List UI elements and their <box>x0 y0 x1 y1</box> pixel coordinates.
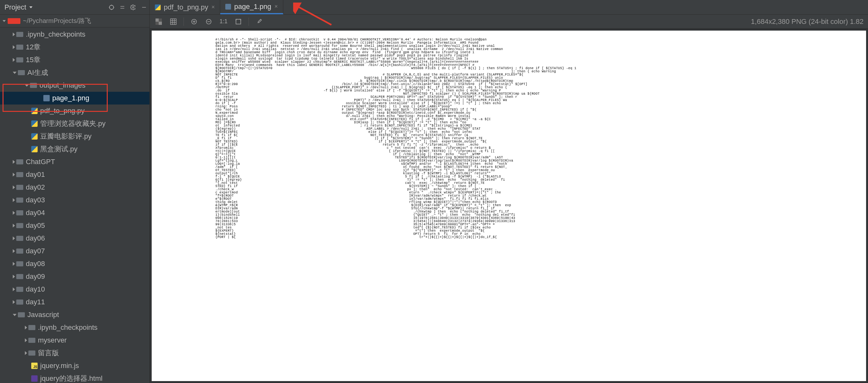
tree-item[interactable]: 管理浏览器收藏夹.py <box>0 117 150 130</box>
chevron-right-icon[interactable] <box>13 211 15 215</box>
tree-item-label: day08 <box>26 260 45 268</box>
gear-icon[interactable] <box>128 2 138 13</box>
tree-item[interactable]: day09 <box>0 270 150 283</box>
chevron-right-icon[interactable] <box>13 32 15 36</box>
chevron-right-icon[interactable] <box>13 160 15 164</box>
tree-item[interactable]: day11 <box>0 296 150 309</box>
transparency-grid-icon[interactable] <box>154 17 163 26</box>
tree-item-label: pdf_to_png.py <box>40 107 85 115</box>
svg-rect-10 <box>155 19 159 22</box>
py-icon <box>31 146 38 152</box>
tree-item[interactable]: myserver <box>0 334 150 347</box>
close-icon[interactable]: × <box>274 3 278 10</box>
chevron-right-icon[interactable] <box>13 58 15 62</box>
folder-icon <box>16 32 23 37</box>
project-dropdown[interactable]: Project <box>4 3 32 11</box>
tree-item[interactable]: day08 <box>0 257 150 270</box>
image-canvas[interactable]: #!/bin/sh # -*- Shell-script -*- # $Id: … <box>152 31 866 381</box>
tree-item-label: 豆瓣电影影评.py <box>40 132 91 141</box>
tree-item-label: myserver <box>38 336 67 345</box>
tree-item[interactable]: 留言版 <box>0 347 150 359</box>
tree-item[interactable]: JSjquery.min.js <box>0 359 150 372</box>
collapse-all-icon[interactable] <box>117 2 128 13</box>
editor-area: pdf_to_png.py×page_1.png× 1:1 1,684x2,38… <box>150 0 868 383</box>
actual-size-button[interactable]: 1:1 <box>219 17 228 26</box>
tree-item[interactable]: day10 <box>0 283 150 296</box>
chevron-right-icon[interactable] <box>13 287 15 291</box>
tree-item[interactable]: .ipynb_checkpoints <box>0 321 150 334</box>
image-viewer-toolbar: 1:1 1,684x2,380 PNG (24-bit color) 1.82 <box>150 15 868 29</box>
folder-icon <box>18 70 25 75</box>
folder-icon <box>28 338 35 343</box>
chevron-right-icon[interactable] <box>13 236 15 240</box>
ascii-art-image: #!/bin/sh # -*- Shell-script -*- # $Id: … <box>215 38 577 239</box>
tree-item-label: day03 <box>26 196 45 204</box>
chevron-right-icon[interactable] <box>13 173 15 177</box>
tree-item[interactable]: page_1.png <box>0 92 150 104</box>
project-sidebar: Project ~/PycharmProjects/路飞 .ipynb_chec… <box>0 0 150 383</box>
grid-icon[interactable] <box>169 17 178 26</box>
locate-icon[interactable] <box>106 2 117 13</box>
chevron-right-icon[interactable] <box>25 351 27 355</box>
tree-item[interactable]: 15章 <box>0 54 150 66</box>
fit-to-window-icon[interactable] <box>234 17 243 26</box>
tree-item[interactable]: .ipynb_checkpoints <box>0 28 150 41</box>
tree-item[interactable]: pdf_to_png.py <box>0 104 150 117</box>
tree-item[interactable]: day01 <box>0 168 150 181</box>
tree-item[interactable]: day03 <box>0 194 150 206</box>
chevron-down-icon[interactable] <box>13 72 17 74</box>
zoom-in-icon[interactable] <box>190 17 198 26</box>
tree-item[interactable]: ChatGPT <box>0 156 150 168</box>
chevron-right-icon[interactable] <box>25 339 27 342</box>
spacer-icon <box>25 147 30 152</box>
chevron-down-icon[interactable] <box>25 85 29 87</box>
editor-tab[interactable]: page_1.png× <box>220 0 283 14</box>
tree-item[interactable]: day05 <box>0 219 150 232</box>
zoom-out-icon[interactable] <box>204 17 213 26</box>
tree-item[interactable]: jquery的选择器.html <box>0 372 150 383</box>
chevron-down-icon <box>3 20 6 22</box>
folder-icon <box>16 274 23 279</box>
chevron-right-icon[interactable] <box>13 300 15 304</box>
tree-item-label: 留言版 <box>38 348 59 358</box>
chevron-right-icon[interactable] <box>13 262 15 266</box>
color-picker-icon[interactable] <box>255 17 264 26</box>
chevron-right-icon[interactable] <box>25 326 27 329</box>
chevron-right-icon[interactable] <box>13 224 15 227</box>
close-icon[interactable]: × <box>211 4 215 10</box>
tree-item[interactable]: day02 <box>0 181 150 194</box>
chevron-right-icon[interactable] <box>13 275 15 279</box>
tree-item[interactable]: day04 <box>0 206 150 219</box>
tree-item-label: day11 <box>26 298 45 306</box>
tree-item-label: day01 <box>26 170 45 179</box>
folder-icon <box>16 185 23 190</box>
tree-item[interactable]: day06 <box>0 232 150 245</box>
tree-item[interactable]: AI生成 <box>0 66 150 79</box>
minimize-icon[interactable] <box>138 2 150 13</box>
editor-tabs: pdf_to_png.py×page_1.png× <box>150 0 868 15</box>
tree-item-label: output_images <box>39 81 85 90</box>
tree-item[interactable]: day07 <box>0 245 150 257</box>
chevron-right-icon[interactable] <box>13 186 15 189</box>
project-tree[interactable]: .ipynb_checkpoints12章15章AI生成output_image… <box>0 27 150 383</box>
tree-item-label: day09 <box>26 273 45 281</box>
tree-item[interactable]: 黑盒测试.py <box>0 143 150 156</box>
folder-icon <box>16 159 23 164</box>
tree-item[interactable]: Javascript <box>0 309 150 321</box>
chevron-right-icon[interactable] <box>13 249 15 253</box>
breadcrumb[interactable]: ~/PycharmProjects/路飞 <box>0 15 150 27</box>
tree-item-label: jquery.min.js <box>40 362 79 370</box>
folder-icon <box>16 299 23 305</box>
chevron-right-icon[interactable] <box>13 198 15 202</box>
chevron-down-icon[interactable] <box>13 314 17 316</box>
tree-item-label: ChatGPT <box>26 158 55 166</box>
redacted-project-name <box>8 18 21 24</box>
folder-icon <box>30 83 37 88</box>
editor-tab[interactable]: pdf_to_png.py× <box>150 0 220 14</box>
tree-item[interactable]: 豆瓣电影影评.py <box>0 130 150 143</box>
separator <box>184 18 184 26</box>
tree-item-label: .ipynb_checkpoints <box>26 30 85 38</box>
tree-item[interactable]: output_images <box>0 79 150 92</box>
chevron-right-icon[interactable] <box>13 45 15 49</box>
tree-item[interactable]: 12章 <box>0 41 150 54</box>
